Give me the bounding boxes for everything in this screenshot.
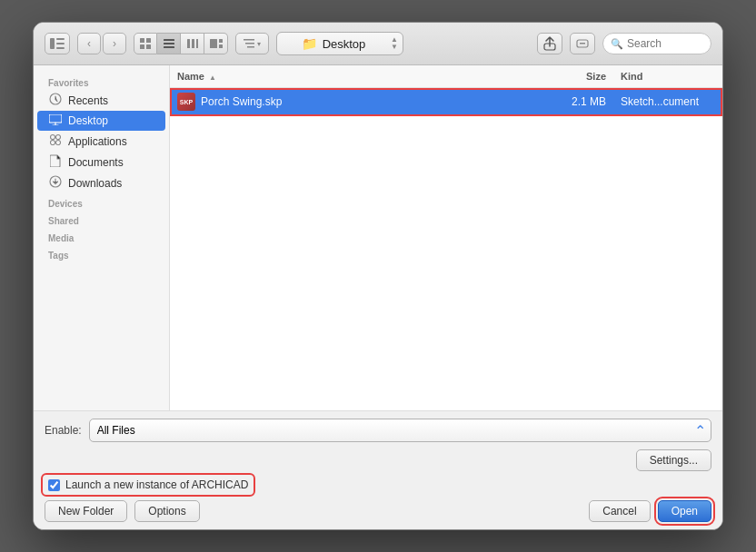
- svg-rect-24: [49, 114, 62, 123]
- launch-checkbox-row: Launch a new instance of ARCHICAD: [45, 477, 252, 493]
- svg-point-26: [56, 135, 61, 140]
- button-row: New Folder Options Cancel Open: [45, 500, 711, 522]
- sidebar-item-downloads[interactable]: Downloads: [37, 172, 165, 193]
- column-view-button[interactable]: [181, 33, 204, 54]
- file-list: Name ▲ Size Kind SKP Porch Swing.skp 2.1…: [170, 65, 722, 410]
- search-icon: 🔍: [611, 38, 623, 50]
- list-view-button[interactable]: [157, 33, 181, 54]
- svg-rect-0: [50, 38, 55, 49]
- size-column-header[interactable]: Size: [541, 69, 613, 84]
- arrange-button[interactable]: ▾: [235, 33, 269, 54]
- svg-rect-7: [146, 44, 151, 49]
- kind-column-header[interactable]: Kind: [613, 69, 722, 84]
- file-name: Porch Swing.skp: [201, 95, 282, 108]
- forward-button[interactable]: ›: [103, 33, 126, 54]
- documents-icon: [48, 154, 63, 170]
- media-section-label: Media: [34, 228, 169, 245]
- svg-rect-12: [192, 39, 194, 48]
- svg-point-25: [51, 135, 55, 140]
- svg-rect-6: [140, 44, 144, 49]
- svg-rect-19: [247, 46, 254, 48]
- desktop-icon: [48, 113, 63, 128]
- folder-icon: 📁: [302, 36, 317, 51]
- view-buttons: [134, 33, 228, 54]
- svg-rect-4: [140, 38, 144, 43]
- svg-rect-13: [196, 39, 198, 48]
- sidebar: Favorites Recents Desktop Applications: [34, 65, 170, 410]
- svg-rect-3: [56, 47, 65, 49]
- enable-label: Enable:: [45, 424, 82, 437]
- icon-view-button[interactable]: [134, 33, 157, 54]
- sidebar-item-recents[interactable]: Recents: [37, 90, 165, 111]
- new-folder-button[interactable]: New Folder: [45, 500, 127, 522]
- action-button[interactable]: [570, 33, 595, 54]
- right-buttons: Cancel Open: [589, 500, 711, 522]
- table-row[interactable]: SKP Porch Swing.skp 2.1 MB Sketch...cume…: [170, 88, 722, 116]
- name-column-header[interactable]: Name ▲: [170, 69, 541, 84]
- svg-rect-15: [219, 39, 223, 43]
- downloads-label: Downloads: [68, 177, 122, 190]
- sidebar-item-applications[interactable]: Applications: [37, 131, 165, 152]
- file-type-icon: SKP: [177, 93, 195, 111]
- recents-icon: [48, 93, 63, 108]
- recents-label: Recents: [68, 94, 108, 107]
- favorites-section-label: Favorites: [34, 73, 169, 90]
- file-rows: SKP Porch Swing.skp 2.1 MB Sketch...cume…: [170, 88, 722, 410]
- downloads-icon: [48, 175, 63, 191]
- empty-space: [170, 116, 722, 352]
- toolbar: ‹ ›: [34, 23, 722, 65]
- options-button[interactable]: Options: [134, 500, 199, 522]
- settings-button[interactable]: Settings...: [636, 449, 711, 471]
- enable-select[interactable]: All Files: [89, 419, 711, 442]
- sidebar-toggle-button[interactable]: [45, 33, 70, 54]
- svg-rect-17: [244, 39, 254, 41]
- sidebar-item-documents[interactable]: Documents: [37, 152, 165, 172]
- shared-section-label: Shared: [34, 211, 169, 228]
- chevron-updown-icon: ▲▼: [391, 36, 398, 51]
- share-button[interactable]: [537, 33, 562, 54]
- documents-label: Documents: [68, 156, 124, 169]
- svg-point-28: [56, 141, 61, 145]
- open-file-dialog: ‹ ›: [33, 22, 723, 530]
- applications-icon: [48, 133, 63, 149]
- svg-rect-22: [580, 43, 585, 44]
- desktop-label: Desktop: [68, 114, 108, 127]
- file-list-header: Name ▲ Size Kind: [170, 65, 722, 88]
- search-input[interactable]: [627, 37, 700, 50]
- svg-rect-11: [187, 39, 190, 48]
- applications-label: Applications: [68, 135, 127, 148]
- svg-rect-18: [245, 43, 254, 44]
- location-selector[interactable]: 📁 Desktop ▲▼: [276, 32, 403, 55]
- svg-rect-1: [56, 38, 65, 40]
- svg-rect-5: [146, 38, 151, 43]
- location-name: Desktop: [323, 37, 366, 51]
- open-button[interactable]: Open: [658, 500, 711, 522]
- bottom-bar: Enable: All Files ⌃ Settings... Launch a…: [34, 410, 722, 529]
- sidebar-item-desktop[interactable]: Desktop: [37, 111, 165, 131]
- svg-rect-9: [164, 43, 174, 44]
- file-kind-cell: Sketch...cument: [613, 94, 722, 110]
- launch-checkbox[interactable]: [48, 479, 60, 491]
- back-button[interactable]: ‹: [77, 33, 101, 54]
- sort-arrow: ▲: [209, 74, 216, 82]
- tags-section-label: Tags: [34, 245, 169, 262]
- svg-rect-16: [219, 44, 223, 48]
- devices-section-label: Devices: [34, 193, 169, 211]
- enable-row: Enable: All Files ⌃: [45, 419, 711, 442]
- gallery-view-button[interactable]: [204, 33, 228, 54]
- svg-point-27: [51, 141, 55, 145]
- file-size-cell: 2.1 MB: [541, 94, 613, 110]
- svg-rect-2: [56, 43, 65, 44]
- left-buttons: New Folder Options: [45, 500, 200, 522]
- svg-rect-8: [164, 39, 174, 41]
- file-name-cell: SKP Porch Swing.skp: [170, 91, 541, 113]
- nav-buttons: ‹ ›: [77, 33, 126, 54]
- cancel-button[interactable]: Cancel: [589, 500, 650, 522]
- search-box[interactable]: 🔍: [602, 33, 711, 54]
- body: Favorites Recents Desktop Applications: [34, 65, 722, 410]
- enable-select-wrapper: All Files ⌃: [89, 419, 711, 442]
- settings-btn-wrapper: Settings...: [45, 449, 711, 471]
- svg-rect-14: [210, 39, 217, 48]
- svg-rect-10: [164, 46, 174, 48]
- launch-checkbox-label: Launch a new instance of ARCHICAD: [65, 478, 248, 491]
